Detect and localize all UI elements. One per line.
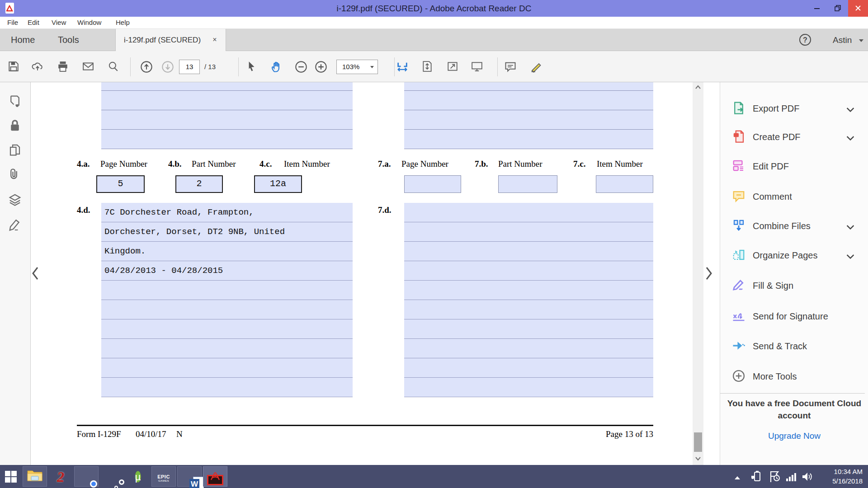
- help-icon[interactable]: ?: [799, 34, 811, 46]
- signatures-icon[interactable]: [8, 218, 22, 231]
- form-field-row[interactable]: [101, 130, 353, 149]
- text-line[interactable]: 04/28/2013 - 04/28/2015: [101, 261, 353, 281]
- page-thumbnails-icon[interactable]: [8, 143, 22, 157]
- text-line[interactable]: [404, 358, 653, 378]
- text-line[interactable]: [404, 242, 653, 261]
- text-line[interactable]: Kingdom.: [101, 242, 353, 261]
- panel-item-comment[interactable]: Comment: [720, 188, 868, 206]
- panel-item-fill-sign[interactable]: Fill & Sign: [720, 277, 868, 296]
- text-line[interactable]: [101, 339, 353, 358]
- bookmarks-icon[interactable]: [8, 95, 22, 108]
- text-line[interactable]: [101, 319, 353, 339]
- zoom-in-icon[interactable]: [315, 61, 327, 73]
- vertical-scrollbar[interactable]: [693, 82, 703, 465]
- page-number-field[interactable]: 5: [96, 175, 145, 193]
- text-line[interactable]: [404, 378, 653, 397]
- chevron-down-icon[interactable]: [847, 133, 854, 141]
- scroll-up-icon[interactable]: [695, 84, 701, 90]
- fullscreen-icon[interactable]: [447, 61, 459, 73]
- text-line[interactable]: [404, 319, 653, 339]
- form-field-row[interactable]: [404, 82, 653, 91]
- print-icon[interactable]: [57, 61, 70, 73]
- panel-item-edit-pdf[interactable]: Edit PDF: [720, 158, 868, 176]
- text-line[interactable]: [101, 300, 353, 319]
- part-number-field[interactable]: [498, 175, 557, 193]
- form-field-row[interactable]: [404, 91, 653, 110]
- previous-page-paddle-icon[interactable]: [32, 267, 39, 280]
- zoom-out-icon[interactable]: [295, 61, 307, 73]
- highlighter-icon[interactable]: [529, 61, 542, 73]
- next-page-icon[interactable]: [161, 61, 174, 73]
- text-line[interactable]: [101, 281, 353, 300]
- email-icon[interactable]: [82, 61, 95, 73]
- part-number-field[interactable]: 2: [175, 175, 223, 193]
- panel-item-send-for-signature[interactable]: Send for Signature: [720, 308, 868, 326]
- upgrade-now-link[interactable]: Upgrade Now: [720, 431, 868, 441]
- attachments-icon[interactable]: [8, 167, 22, 181]
- continuation-text-area[interactable]: 7C Dorchester Road, Frampton, Dorchester…: [101, 203, 353, 397]
- tab-home[interactable]: Home: [11, 29, 35, 51]
- text-line[interactable]: Dorchester, Dorset, DT2 9NB, United: [101, 222, 353, 242]
- share-cloud-icon[interactable]: [32, 61, 44, 73]
- taskbar-guild-wars-button[interactable]: 2: [48, 466, 73, 487]
- presentation-icon[interactable]: [471, 61, 484, 73]
- tab-close-icon[interactable]: ×: [210, 35, 219, 44]
- menu-window[interactable]: Window: [75, 17, 103, 29]
- continuation-text-area[interactable]: [404, 203, 653, 397]
- scrollbar-thumb[interactable]: [694, 432, 702, 452]
- scroll-down-icon[interactable]: [695, 455, 701, 462]
- taskbar-acrobat-button[interactable]: [203, 466, 227, 487]
- hand-tool-icon[interactable]: [270, 61, 283, 73]
- form-field-row[interactable]: [101, 110, 353, 130]
- text-line[interactable]: [101, 378, 353, 397]
- zoom-level-dropdown[interactable]: 103%: [336, 60, 378, 74]
- security-lock-icon[interactable]: [8, 119, 22, 132]
- text-line[interactable]: [404, 281, 653, 300]
- chevron-down-icon[interactable]: [847, 105, 854, 113]
- save-icon[interactable]: [8, 61, 20, 73]
- volume-icon[interactable]: [801, 471, 813, 488]
- panel-item-organize-pages[interactable]: Organize Pages: [720, 247, 868, 265]
- fit-page-icon[interactable]: [421, 61, 434, 73]
- layers-icon[interactable]: [8, 193, 22, 206]
- taskbar-file-explorer-button[interactable]: [23, 466, 47, 487]
- form-field-row[interactable]: [101, 91, 353, 110]
- panel-item-export-pdf[interactable]: Export PDF: [720, 100, 868, 118]
- user-caret-icon[interactable]: [859, 39, 863, 42]
- menu-file[interactable]: File: [5, 17, 20, 29]
- next-page-paddle-icon[interactable]: [705, 267, 712, 280]
- restore-button[interactable]: [828, 0, 847, 17]
- taskbar-epic-games-button[interactable]: EPICGAMES: [151, 466, 176, 487]
- panel-item-combine-files[interactable]: Combine Files: [720, 218, 868, 236]
- search-icon[interactable]: [107, 61, 120, 73]
- close-button[interactable]: [848, 0, 868, 17]
- menu-edit[interactable]: Edit: [26, 17, 41, 29]
- panel-item-create-pdf[interactable]: Create PDF: [720, 129, 868, 147]
- panel-item-more-tools[interactable]: More Tools: [720, 368, 868, 386]
- menu-view[interactable]: View: [50, 17, 68, 29]
- item-number-field[interactable]: [596, 175, 653, 193]
- form-field-row[interactable]: [404, 110, 653, 130]
- tab-document[interactable]: i-129f.pdf (SECURED) ×: [115, 29, 226, 51]
- action-center-flag-icon[interactable]: [769, 470, 781, 488]
- text-line[interactable]: [404, 203, 653, 222]
- chevron-down-icon[interactable]: [847, 222, 854, 230]
- item-number-field[interactable]: 12a: [254, 175, 302, 193]
- text-line[interactable]: [404, 261, 653, 281]
- tray-expand-icon[interactable]: [734, 474, 741, 488]
- taskbar-chrome-button[interactable]: [74, 466, 99, 487]
- taskbar-word-button[interactable]: W: [177, 466, 202, 487]
- form-field-row[interactable]: [101, 82, 353, 91]
- page-number-input[interactable]: 13: [179, 60, 200, 74]
- comment-icon[interactable]: [504, 61, 517, 73]
- previous-page-icon[interactable]: [140, 61, 153, 73]
- network-signal-icon[interactable]: [786, 471, 798, 488]
- tab-tools[interactable]: Tools: [58, 29, 79, 51]
- form-field-row[interactable]: [404, 130, 653, 149]
- power-battery-icon[interactable]: [750, 470, 762, 488]
- fit-width-icon[interactable]: [396, 61, 409, 73]
- text-line[interactable]: [404, 300, 653, 319]
- start-button[interactable]: [0, 465, 22, 488]
- chevron-down-icon[interactable]: [847, 252, 854, 259]
- taskbar-steam-button[interactable]: [100, 466, 124, 487]
